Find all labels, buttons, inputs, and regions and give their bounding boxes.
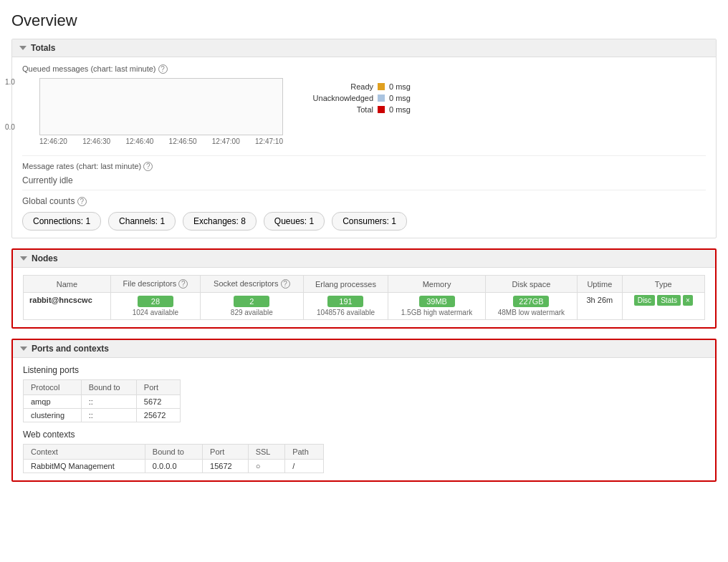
file-desc-available: 1024 available <box>117 309 194 316</box>
nodes-collapse-icon[interactable] <box>20 256 27 261</box>
clustering-port: 25672 <box>136 409 180 422</box>
node-memory: 39MB 1.5GB high watermark <box>388 293 485 320</box>
socket-desc-available: 829 available <box>206 309 297 316</box>
nodes-content: Name File descriptors ? Socket descripto… <box>13 268 715 327</box>
col-file-desc: File descriptors ? <box>110 276 200 293</box>
context-path: / <box>285 460 324 473</box>
totals-section: Totals Queued messages (chart: last minu… <box>11 39 717 238</box>
ports-table: Protocol Bound to Port amqp :: 5672 clus… <box>23 379 181 422</box>
col-path: Path <box>285 445 324 460</box>
col-type: Type <box>622 276 704 293</box>
disc-badge[interactable]: Disc <box>634 295 655 306</box>
amqp-bound: :: <box>81 395 136 409</box>
ports-section: Ports and contexts Listening ports Proto… <box>11 339 717 482</box>
node-uptime: 3h 26m <box>578 293 622 320</box>
connections-badge[interactable]: Connections: 1 <box>22 212 101 231</box>
disk-note: 48MB low watermark <box>492 309 571 316</box>
message-rates-help-icon[interactable]: ? <box>143 162 153 171</box>
legend-total-dot <box>378 106 385 113</box>
ports-header: Ports and contexts <box>13 340 715 358</box>
file-desc-help[interactable]: ? <box>178 279 188 289</box>
stats-badge[interactable]: Stats <box>657 295 681 306</box>
erlang-value: 191 <box>327 296 363 307</box>
nodes-header: Nodes <box>13 250 715 268</box>
legend-unacked-value: 0 msg <box>389 94 411 102</box>
node-type: Disc Stats × <box>622 293 704 320</box>
message-rates-area: Message rates (chart: last minute) ? Cur… <box>22 155 706 185</box>
node-socket-desc: 2 829 available <box>200 293 303 320</box>
global-counts-area: Global counts ? Connections: 1 Channels:… <box>22 190 706 231</box>
node-file-desc: 28 1024 available <box>110 293 200 320</box>
chart-container: 1.0 0.0 12:46:20 12:46:30 12:46:40 12:46… <box>22 78 706 145</box>
table-row: RabbitMQ Management 0.0.0.0 15672 ○ / <box>24 460 324 473</box>
totals-header: Totals <box>12 39 716 57</box>
context-name: RabbitMQ Management <box>24 460 145 473</box>
consumers-badge[interactable]: Consumers: 1 <box>332 212 407 231</box>
clustering-protocol: clustering <box>24 409 82 422</box>
legend-ready-label: Ready <box>294 82 373 91</box>
queued-messages-help-icon[interactable]: ? <box>158 64 168 74</box>
ports-content: Listening ports Protocol Bound to Port a… <box>13 358 715 480</box>
table-row: clustering :: 25672 <box>24 409 181 422</box>
queues-badge[interactable]: Queues: 1 <box>264 212 325 231</box>
col-disk: Disk space <box>485 276 577 293</box>
context-table-header: Context Bound to Port SSL Path <box>24 445 324 460</box>
col-name: Name <box>24 276 111 293</box>
ports-table-header: Protocol Bound to Port <box>24 380 181 395</box>
legend-unacknowledged: Unacknowledged 0 msg <box>294 94 411 102</box>
ports-collapse-icon[interactable] <box>20 347 27 351</box>
legend-total-value: 0 msg <box>389 105 411 114</box>
global-counts-label: Global counts ? <box>22 196 706 206</box>
nodes-table: Name File descriptors ? Socket descripto… <box>23 275 705 320</box>
clustering-bound: :: <box>81 409 136 422</box>
channels-badge[interactable]: Channels: 1 <box>108 212 176 231</box>
col-port: Port <box>136 380 180 395</box>
chart-legend: Ready 0 msg Unacknowledged 0 msg Total 0… <box>294 78 411 117</box>
col-protocol: Protocol <box>24 380 82 395</box>
legend-ready: Ready 0 msg <box>294 82 411 91</box>
amqp-protocol: amqp <box>24 395 82 409</box>
page-title: Overview <box>11 11 717 30</box>
chart-area: 1.0 0.0 12:46:20 12:46:30 12:46:40 12:46… <box>22 78 280 145</box>
node-disk: 227GB 48MB low watermark <box>485 293 577 320</box>
context-port: 15672 <box>203 460 249 473</box>
col-ssl: SSL <box>248 445 285 460</box>
col-memory: Memory <box>388 276 485 293</box>
col-context: Context <box>24 445 145 460</box>
socket-desc-help[interactable]: ? <box>281 279 290 289</box>
context-table: Context Bound to Port SSL Path RabbitMQ … <box>23 444 324 473</box>
context-ssl: ○ <box>248 460 285 473</box>
totals-label: Totals <box>31 43 55 53</box>
col-uptime: Uptime <box>578 276 622 293</box>
legend-unacked-label: Unacknowledged <box>294 94 373 102</box>
amqp-port: 5672 <box>136 395 180 409</box>
memory-value: 39MB <box>419 296 455 307</box>
web-contexts-label: Web contexts <box>23 430 705 440</box>
col-erlang: Erlang processes <box>303 276 388 293</box>
table-row: rabbit@hncscwc 28 1024 available 2 829 a… <box>24 293 705 320</box>
counts-row: Connections: 1 Channels: 1 Exchanges: 8 … <box>22 212 706 231</box>
exchanges-badge[interactable]: Exchanges: 8 <box>183 212 257 231</box>
col-socket-desc: Socket descriptors ? <box>200 276 303 293</box>
currently-idle: Currently idle <box>22 175 706 185</box>
chart-box <box>39 78 283 135</box>
col-bound-to: Bound to <box>81 380 136 395</box>
node-erlang: 191 1048576 available <box>303 293 388 320</box>
nodes-section: Nodes Name File descriptors ? Socket des… <box>11 248 717 329</box>
erlang-available: 1048576 available <box>310 309 383 316</box>
disk-value: 227GB <box>513 296 549 307</box>
queued-messages-label: Queued messages (chart: last minute) ? <box>22 64 706 74</box>
memory-note: 1.5GB high watermark <box>394 309 479 316</box>
context-bound: 0.0.0.0 <box>145 460 202 473</box>
nodes-label: Nodes <box>32 253 58 263</box>
node-name: rabbit@hncscwc <box>24 293 111 320</box>
x-badge[interactable]: × <box>683 295 693 306</box>
listening-ports-label: Listening ports <box>23 365 705 375</box>
nodes-table-header: Name File descriptors ? Socket descripto… <box>24 276 705 293</box>
global-counts-help-icon[interactable]: ? <box>77 197 87 206</box>
table-row: amqp :: 5672 <box>24 395 181 409</box>
totals-collapse-icon[interactable] <box>19 46 27 50</box>
ports-label: Ports and contexts <box>32 344 109 354</box>
legend-total-label: Total <box>294 105 373 114</box>
legend-unacked-dot <box>378 95 385 102</box>
